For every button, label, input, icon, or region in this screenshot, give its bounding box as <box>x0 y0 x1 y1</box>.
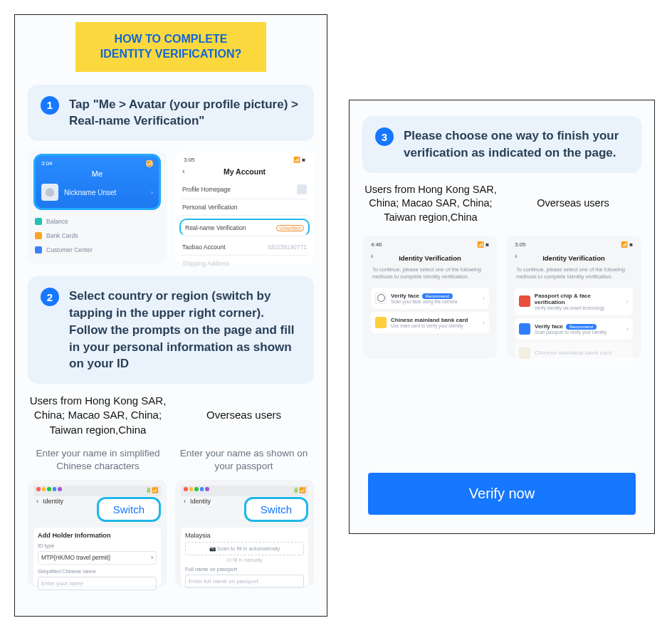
chevron-right-icon: › <box>626 298 629 305</box>
face-icon <box>375 293 387 304</box>
instruction-frame-right: 3 Please choose one way to finish your v… <box>349 100 655 534</box>
left-col-sub-cn: Enter your name in simplified Chinese ch… <box>29 447 167 473</box>
back-icon: ‹ <box>36 498 38 505</box>
row-bank: Bank Cards <box>46 232 78 239</box>
option-verify-face[interactable]: Verify faceRecommend Scan passport to ve… <box>515 318 633 340</box>
bank-card-icon <box>519 347 530 359</box>
step-3-card: 3 Please choose one way to finish your v… <box>362 116 641 173</box>
scan-hint[interactable]: 📷 Scan to fill in automatically <box>185 542 304 555</box>
screenshot-verification-overseas: 3:05📶 ■ ‹ Identity Verification To conti… <box>506 236 641 358</box>
row-center: Customer Center <box>46 246 93 253</box>
row-shipping: Shipping Address <box>182 260 229 267</box>
taobao-value: td0239190771 <box>268 243 307 251</box>
screenshot-identity-form-cn: 🔋📶 ‹Identity Switch Add Holder Informati… <box>28 480 167 587</box>
face-icon <box>519 323 530 335</box>
verify-left-time: 4:46 <box>371 241 382 248</box>
chevron-right-icon: › <box>483 294 485 302</box>
opt1-sub: Scan your face using the camera <box>391 299 457 304</box>
left-col-head-cn-users: Users from Hong Kong SAR, China; Macao S… <box>29 394 167 437</box>
avatar <box>41 184 58 201</box>
verify-right-time: 3:05 <box>515 241 526 248</box>
chevron-right-icon: › <box>483 318 485 326</box>
me-title: Me <box>41 169 153 178</box>
bankcards-icon <box>35 232 42 239</box>
option-verify-face[interactable]: Verify faceRecommend Scan your face usin… <box>371 288 489 309</box>
unverified-badge: Unverified <box>276 225 304 231</box>
r-opt1-title: Passport chip & face verification <box>535 293 622 305</box>
back-icon: ‹ <box>184 498 186 505</box>
step-1-card: 1 Tap "Me > Avatar (your profile picture… <box>28 85 314 142</box>
passport-name-input[interactable]: Enter full name on passport <box>185 575 304 588</box>
row-profile: Profile Homepage <box>182 186 231 193</box>
profile-thumb <box>297 184 307 194</box>
status-icons: 🔋📶 <box>145 487 158 493</box>
acct-time: 3:05 <box>184 157 195 163</box>
step-3-number: 3 <box>375 127 394 146</box>
back-icon: ‹ <box>182 167 185 175</box>
chevron-right-icon: › <box>626 325 629 332</box>
status-icons: 🔋📶 <box>293 487 305 493</box>
opt1-title: Verify face <box>391 293 419 299</box>
account-title: My Account <box>181 167 308 180</box>
row-realname: Real-name Verification <box>185 224 246 231</box>
r-opt2-sub: Scan passport to verify your identity <box>535 330 607 335</box>
r-opt3-title: Chinese mainland bank card <box>535 350 611 356</box>
row-personal: Personal Verification <box>182 204 238 211</box>
country-label: Malaysia <box>185 532 304 539</box>
row-balance: Balance <box>46 218 68 225</box>
cn-name-input[interactable]: Enter your name <box>38 577 157 590</box>
option-bank-card[interactable]: Chinese mainland bank card Use main card… <box>371 312 489 333</box>
step-3-text: Please choose one way to finish your ver… <box>404 127 629 162</box>
passport-name-label: Full name on passport <box>185 566 304 572</box>
step-2-text: Select country or region (switch by tapp… <box>69 288 301 372</box>
id-type-value: MTP(HK/MO travel permit) <box>41 555 110 561</box>
verify-right-sub: To continue, please select one of the fo… <box>512 266 636 285</box>
step-2-card: 2 Select country or region (switch by ta… <box>28 276 314 384</box>
row-taobao: Taobao Account <box>182 243 226 251</box>
recommend-badge: Recommend <box>566 324 597 330</box>
title-banner: HOW TO COMPLETE IDENTITY VERIFICATION? <box>75 22 266 72</box>
screenshot-me-page: 3:04 📶 Me Nickname Unset › Balance <box>28 151 167 263</box>
r-opt2-title: Verify face <box>535 323 563 330</box>
step-2-number: 2 <box>41 288 59 306</box>
banner-line1: HOW TO COMPLETE <box>85 32 256 47</box>
left-col-head-overseas: Overseas users <box>206 408 281 422</box>
right-col-head-overseas: Overseas users <box>537 197 609 211</box>
bank-card-icon <box>375 317 387 328</box>
me-header-highlight: 3:04 📶 Me Nickname Unset › <box>33 154 161 210</box>
instruction-frame-left: HOW TO COMPLETE IDENTITY VERIFICATION? 1… <box>14 14 327 617</box>
form-title-ov: Identity <box>190 498 211 505</box>
opt2-sub: Use main card to verify your identity <box>391 323 468 328</box>
me-time: 3:04 <box>41 160 53 167</box>
switch-button[interactable]: Switch <box>244 497 308 522</box>
right-col-head-cn-users: Users from Hong Kong SAR, China; Macao S… <box>364 183 498 225</box>
opt2-title: Chinese mainland bank card <box>391 317 468 323</box>
chevron-right-icon: › <box>151 555 153 561</box>
step-1-number: 1 <box>41 96 59 115</box>
screenshot-verification-cn: 4:46📶 ■ ‹ Identity Verification To conti… <box>362 236 498 358</box>
id-type-label: ID type <box>38 543 157 549</box>
me-menu-list: Balance Bank Cards Customer Center <box>33 214 161 257</box>
step-1-text: Tap "Me > Avatar (your profile picture) … <box>69 96 301 130</box>
verify-left-sub: To continue, please select one of the fo… <box>368 266 492 285</box>
r-opt1-sub: Verify identity via smart technology <box>535 305 622 310</box>
option-bank-card[interactable]: Chinese mainland bank card <box>515 342 633 364</box>
banner-line2: IDENTITY VERIFICATION? <box>85 47 256 62</box>
signal-icon: 📶 ■ <box>621 241 633 248</box>
passport-icon <box>519 295 530 307</box>
signal-icon: 📶 ■ <box>477 241 489 248</box>
switch-button[interactable]: Switch <box>97 497 161 522</box>
back-icon: ‹ <box>371 251 374 260</box>
id-type-select[interactable]: MTP(HK/MO travel permit) › <box>38 551 157 565</box>
section-add-holder: Add Holder Information <box>38 532 157 539</box>
chevron-right-icon: › <box>151 189 153 196</box>
screenshot-my-account: 3:05 📶 ■ ‹ My Account Profile Homepage P… <box>175 151 314 263</box>
customer-center-icon <box>35 246 42 253</box>
verify-now-button[interactable]: Verify now <box>368 473 636 515</box>
left-col-sub-overseas: Enter your name as shown on your passpor… <box>175 447 313 473</box>
real-name-row-highlight: Real-name Verification Unverified <box>179 219 310 236</box>
back-icon: ‹ <box>515 251 518 260</box>
form-title-cn: Identity <box>43 498 63 505</box>
option-passport-chip[interactable]: Passport chip & face verification Verify… <box>515 288 633 315</box>
verify-left-title: Identity Verification <box>368 252 492 266</box>
